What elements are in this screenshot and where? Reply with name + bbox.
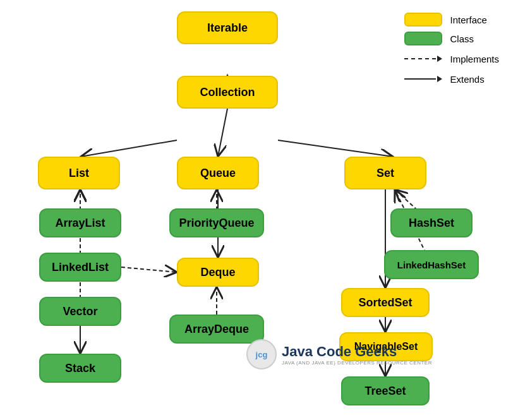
logo-area: jcg Java Code Geeks JAVA (AND JAVA EE) D…: [246, 339, 432, 369]
legend-implements-line: [404, 52, 442, 66]
node-vector-label: Vector: [63, 305, 97, 318]
node-hashset-label: HashSet: [409, 217, 454, 230]
legend-interface-box: [404, 13, 442, 27]
node-arraylist: ArrayList: [39, 208, 121, 237]
svg-line-12: [121, 267, 177, 272]
node-queue-label: Queue: [200, 167, 236, 180]
legend-interface: Interface: [404, 13, 499, 27]
node-iterable: Iterable: [177, 11, 278, 44]
node-priorityqueue: PriorityQueue: [169, 208, 264, 237]
node-linkedlist: LinkedList: [39, 253, 121, 282]
node-vector: Vector: [39, 297, 121, 326]
node-hashset: HashSet: [390, 208, 473, 237]
node-linkedhashset: LinkedHashSet: [384, 250, 479, 279]
node-iterable-label: Iterable: [207, 21, 248, 35]
legend-class-label: Class: [450, 33, 474, 44]
legend-extends: Extends: [404, 72, 499, 86]
node-collection-label: Collection: [200, 86, 255, 99]
logo-icon: jcg: [246, 339, 277, 369]
node-collection: Collection: [177, 76, 278, 109]
legend-implements-label: Implements: [450, 54, 499, 64]
svg-line-3: [218, 109, 227, 157]
node-linkedlist-label: LinkedList: [52, 261, 109, 274]
legend-class-box: [404, 32, 442, 45]
legend-extends-label: Extends: [450, 74, 484, 85]
legend-implements: Implements: [404, 52, 499, 66]
legend-extends-line: [404, 72, 442, 86]
legend-interface-label: Interface: [450, 15, 486, 25]
node-priorityqueue-label: PriorityQueue: [179, 217, 254, 230]
legend-class: Class: [404, 32, 499, 45]
node-list: List: [38, 157, 120, 189]
node-set: Set: [344, 157, 426, 189]
logo-name: Java Code Geeks: [282, 344, 432, 360]
diagram-container: Iterable Collection List Queue Set Array…: [0, 0, 518, 420]
legend: Interface Class Implements Extends: [404, 13, 499, 91]
node-set-label: Set: [376, 167, 394, 180]
node-queue: Queue: [177, 157, 259, 189]
node-list-label: List: [69, 167, 89, 180]
node-linkedhashset-label: LinkedHashSet: [397, 260, 466, 270]
svg-line-4: [278, 140, 393, 157]
node-sortedset: SortedSet: [341, 288, 430, 317]
node-treeset-label: TreeSet: [364, 385, 406, 398]
node-sortedset-label: SortedSet: [358, 296, 412, 309]
node-deque: Deque: [177, 258, 259, 287]
node-arraylist-label: ArrayList: [55, 217, 105, 230]
svg-line-2: [81, 140, 177, 157]
logo-sub: JAVA (AND JAVA EE) DEVELOPERS RESOURCE C…: [282, 360, 432, 366]
logo-text-block: Java Code Geeks JAVA (AND JAVA EE) DEVEL…: [282, 344, 432, 366]
node-deque-label: Deque: [200, 266, 235, 279]
node-stack-label: Stack: [65, 362, 95, 375]
node-arraydeque-label: ArrayDeque: [184, 323, 249, 336]
node-treeset: TreeSet: [341, 376, 430, 405]
logo-circle-text: jcg: [256, 350, 268, 359]
node-stack: Stack: [39, 354, 121, 383]
